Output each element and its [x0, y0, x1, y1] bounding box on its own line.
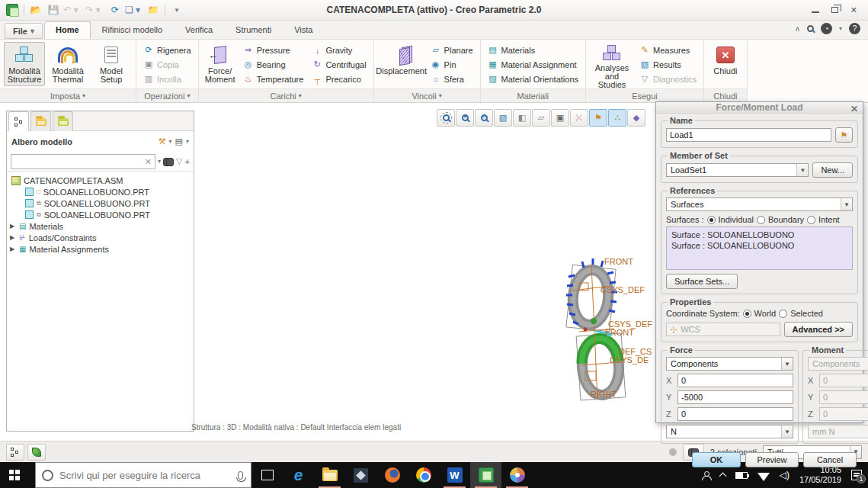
expand-arrow-icon[interactable]: ▶: [8, 234, 16, 241]
refit-button[interactable]: [437, 109, 455, 127]
diagnostics-button[interactable]: ▽Diagnostics: [636, 72, 700, 85]
force-x-input[interactable]: [677, 374, 793, 387]
precarico-button[interactable]: ┬Precarico: [309, 72, 369, 85]
search-icon[interactable]: [807, 25, 814, 32]
tab-favorites[interactable]: [53, 111, 73, 131]
material-assignment-button[interactable]: ▦Material Assignment: [485, 58, 582, 71]
results-button[interactable]: ▧Results: [636, 58, 700, 71]
tree-item-part[interactable]: ⧉ SOLOANELLOBUONO.PRT: [8, 209, 192, 220]
radio-boundary[interactable]: [757, 216, 765, 224]
advanced-button[interactable]: Advanced >>: [784, 322, 853, 337]
datum-display-button[interactable]: ⤬: [570, 109, 588, 127]
load-set-select[interactable]: LoadSet1▼: [666, 163, 809, 177]
undo-button[interactable]: ↶ ▾: [62, 2, 79, 18]
help-icon[interactable]: ?: [849, 23, 860, 34]
taskbar-search-input[interactable]: [59, 470, 232, 481]
reference-type-select[interactable]: Surfaces▼: [666, 197, 853, 211]
tree-item-materials[interactable]: ▶ ▤ Materials: [8, 220, 192, 232]
wifi-icon[interactable]: [757, 473, 770, 481]
simulation-display-button[interactable]: ◆: [627, 109, 645, 127]
view-manager-button[interactable]: ▣: [551, 109, 569, 127]
group-label-imposta[interactable]: Imposta▾: [0, 88, 136, 102]
preview-button[interactable]: Preview: [745, 452, 799, 467]
analyses-and-studies-button[interactable]: Analyses and Studies: [590, 42, 634, 86]
model-setup-button[interactable]: Model Setup: [91, 42, 132, 86]
chevron-down-icon[interactable]: ▾: [186, 138, 189, 145]
tray-expand-icon[interactable]: [719, 473, 726, 480]
group-label-vincoli[interactable]: Vincoli▾: [374, 88, 480, 102]
tree-search-input[interactable]: ✕: [11, 154, 155, 169]
measures-button[interactable]: ✎Measures: [636, 43, 700, 56]
surface-list-item[interactable]: Surface : SOLOANELLOBUONO: [671, 240, 847, 251]
gravity-button[interactable]: ↓Gravity: [309, 43, 369, 56]
taskbar-app-edge[interactable]: e: [283, 462, 314, 488]
radio-world[interactable]: [743, 310, 751, 318]
open-file-button[interactable]: 📂: [27, 2, 44, 18]
taskbar-app-creo[interactable]: [470, 462, 501, 488]
restore-button[interactable]: [831, 5, 838, 14]
zoom-in-button[interactable]: +: [456, 109, 474, 127]
start-button[interactable]: [0, 462, 35, 488]
materials-button[interactable]: ▤Materials: [485, 43, 582, 56]
taskbar-search[interactable]: [35, 462, 251, 488]
repaint-button[interactable]: ▧: [494, 109, 512, 127]
redo-button[interactable]: ↷ ▾: [85, 2, 101, 18]
force-unit-select[interactable]: N▼: [666, 425, 793, 438]
taskbar-app-firefox[interactable]: [376, 462, 408, 488]
tree-item-assembly[interactable]: CATENACOMPLETA.ASM: [8, 175, 192, 186]
group-label-chiudi[interactable]: Chiudi: [704, 88, 747, 102]
taskbar-app-paint3d[interactable]: [501, 462, 533, 488]
radio-individual[interactable]: [707, 216, 716, 224]
group-label-carichi[interactable]: Carichi▾: [199, 88, 373, 102]
modalita-structure-button[interactable]: Modalità Structure: [4, 42, 45, 86]
temperature-button[interactable]: ♨Temperature: [240, 72, 307, 85]
annotation-display-button[interactable]: ⚑: [589, 109, 607, 127]
radio-intent[interactable]: [807, 216, 815, 224]
force-y-input[interactable]: [677, 390, 793, 404]
tree-columns-icon[interactable]: ▤: [175, 136, 183, 146]
regenerate-button[interactable]: ⟳: [107, 2, 123, 18]
tree-settings-icon[interactable]: ⚒: [159, 136, 166, 146]
window-switch-button[interactable]: ❏ ▾: [124, 2, 141, 18]
cancel-button[interactable]: Cancel: [803, 452, 857, 467]
chevron-down-icon[interactable]: ▾: [839, 25, 842, 32]
chain-link-bottom[interactable]: [580, 337, 620, 396]
force-distribution-select[interactable]: Components▼: [666, 357, 793, 371]
tab-strumenti[interactable]: Strumenti: [224, 21, 283, 39]
chiudi-button[interactable]: ✕ Chiudi: [708, 42, 743, 86]
tab-rifinisci-modello[interactable]: Rifinisci modello: [91, 21, 174, 39]
tab-model-tree[interactable]: [8, 111, 29, 131]
taskbar-app-photos[interactable]: [345, 462, 376, 488]
saved-orientations-button[interactable]: ▱: [532, 109, 550, 127]
tree-toggle-button[interactable]: [6, 444, 24, 461]
displacement-button[interactable]: Displacement: [378, 42, 425, 86]
file-menu-button[interactable]: File ▾: [5, 23, 43, 39]
chain-link-top[interactable]: [570, 268, 610, 326]
bearing-button[interactable]: ◎Bearing: [240, 58, 307, 71]
tab-home[interactable]: Home: [44, 21, 91, 39]
tree-item-part[interactable]: ⧉ SOLOANELLOBUONO.PRT: [8, 197, 192, 209]
tree-item-material-assignments[interactable]: ▶ ▦ Material Assignments: [8, 243, 192, 255]
material-orientations-button[interactable]: ▨Material Orientations: [485, 72, 582, 85]
command-locator-icon[interactable]: ◔: [821, 23, 832, 34]
copia-button[interactable]: ▣Copia: [140, 58, 194, 71]
dialog-title-bar[interactable]: Force/Moment Load ✕: [656, 102, 863, 114]
minimize-button[interactable]: [812, 5, 819, 14]
clear-search-icon[interactable]: ✕: [145, 157, 152, 167]
planare-button[interactable]: ▱Planare: [428, 43, 476, 56]
close-window-button[interactable]: 📁: [145, 2, 162, 18]
new-load-set-button[interactable]: New...: [812, 162, 853, 178]
expand-arrow-icon[interactable]: ▶: [8, 246, 16, 252]
close-button[interactable]: ✕: [850, 5, 857, 14]
load-name-input[interactable]: [666, 128, 831, 142]
pressure-button[interactable]: ⇒Pressure: [240, 43, 307, 56]
spin-center-button[interactable]: ∴: [608, 109, 626, 127]
taskbar-app-word[interactable]: W: [439, 462, 470, 488]
dialog-close-icon[interactable]: ✕: [850, 104, 858, 114]
tab-vista[interactable]: Vista: [283, 21, 324, 39]
zoom-out-button[interactable]: −: [475, 109, 493, 127]
expand-arrow-icon[interactable]: ▶: [8, 223, 16, 230]
nature-render-button[interactable]: [27, 444, 46, 461]
ok-button[interactable]: OK: [692, 452, 741, 467]
tab-verifica[interactable]: Verifica: [174, 21, 224, 39]
